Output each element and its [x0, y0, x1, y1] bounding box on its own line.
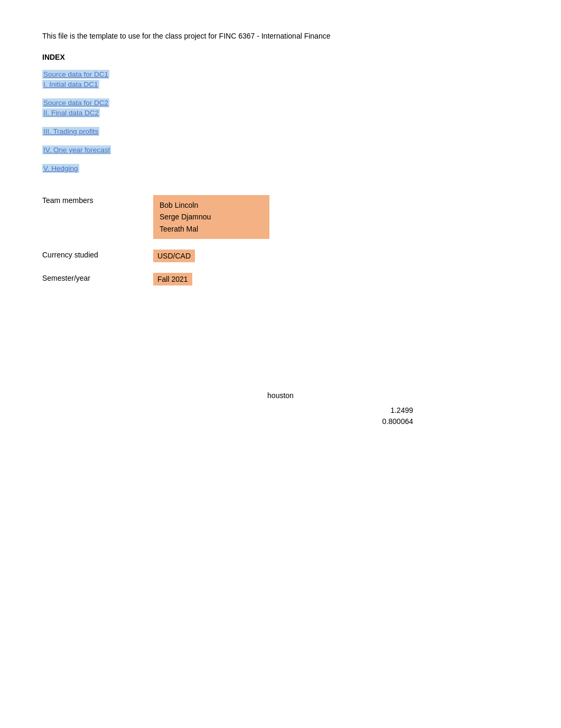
- number-2: 0.800064: [382, 416, 413, 427]
- link-initial-dc1[interactable]: I. Initial data DC1: [42, 80, 99, 89]
- link-group-forecast: IV. One year forecast: [42, 145, 519, 155]
- link-group-trading: III. Trading profits: [42, 127, 519, 137]
- bottom-section: houston 1.2499 0.800064: [42, 391, 519, 427]
- team-label: Team members: [42, 195, 153, 205]
- currency-label: Currency studied: [42, 250, 153, 259]
- index-links: Source data for DC1 I. Initial data DC1 …: [42, 70, 519, 174]
- link-source-dc1[interactable]: Source data for DC1: [42, 70, 109, 79]
- currency-row: Currency studied USD/CAD: [42, 250, 519, 262]
- number-1: 1.2499: [390, 405, 413, 416]
- semester-label: Semester/year: [42, 273, 153, 282]
- team-member-1: Bob Lincoln: [160, 199, 263, 211]
- link-hedging[interactable]: V. Hedging: [42, 164, 79, 173]
- team-member-2: Serge Djamnou: [160, 211, 263, 223]
- team-members-box: Bob Lincoln Serge Djamnou Teerath Mal: [153, 195, 269, 239]
- semester-value: Fall 2021: [153, 273, 192, 285]
- link-group-dc2: Source data for DC2 II. Final data DC2: [42, 98, 519, 118]
- index-title: INDEX: [42, 53, 519, 61]
- currency-value: USD/CAD: [153, 250, 195, 262]
- link-group-hedging: V. Hedging: [42, 164, 519, 174]
- intro-text: This file is the template to use for the…: [42, 32, 519, 40]
- link-source-dc2[interactable]: Source data for DC2: [42, 98, 109, 107]
- team-member-3: Teerath Mal: [160, 223, 263, 235]
- numbers-section: 1.2499 0.800064: [42, 405, 519, 427]
- city-text: houston: [42, 391, 519, 400]
- team-row: Team members Bob Lincoln Serge Djamnou T…: [42, 195, 519, 239]
- link-group-dc1: Source data for DC1 I. Initial data DC1: [42, 70, 519, 90]
- link-final-dc2[interactable]: II. Final data DC2: [42, 108, 100, 117]
- team-section: Team members Bob Lincoln Serge Djamnou T…: [42, 195, 519, 285]
- semester-row: Semester/year Fall 2021: [42, 273, 519, 285]
- link-trading-profits[interactable]: III. Trading profits: [42, 127, 99, 136]
- link-one-year-forecast[interactable]: IV. One year forecast: [42, 145, 111, 154]
